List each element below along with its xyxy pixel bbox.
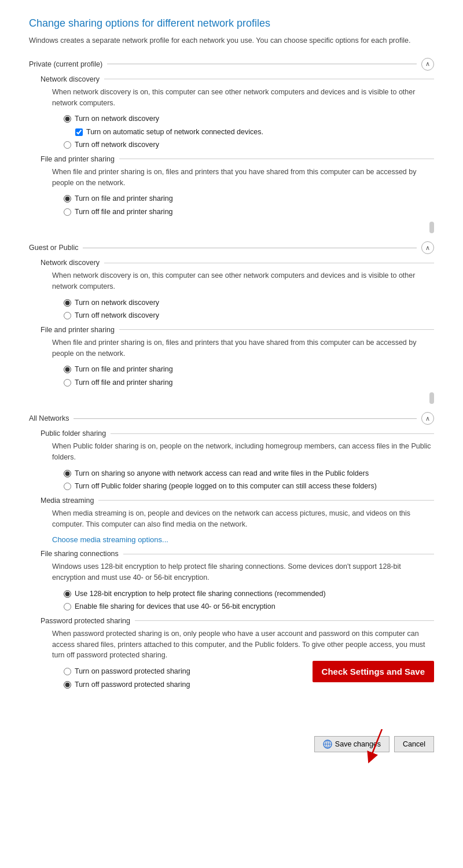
profile-private-toggle[interactable]: ∧ — [421, 58, 434, 71]
nd-private-options: Turn on network discovery Turn on automa… — [64, 114, 434, 150]
subsection-fp-public-line — [119, 329, 434, 330]
scrollbar-thumb-private[interactable] — [429, 222, 434, 233]
profile-all-networks-line — [74, 418, 417, 419]
scrollbar-private — [29, 222, 434, 233]
option-nd-auto-private[interactable]: Turn on automatic setup of network conne… — [75, 127, 434, 138]
radio-fsc-40[interactable] — [64, 603, 71, 610]
subsection-pf: Public folder sharing When Public folder… — [41, 429, 434, 492]
subsection-fsc-header: File sharing connections — [41, 550, 434, 558]
profile-private-header: Private (current profile) ∧ — [29, 58, 434, 71]
label-fsc-128: Use 128-bit encryption to help protect f… — [75, 589, 434, 599]
profile-all-networks-toggle[interactable]: ∧ — [421, 412, 434, 425]
subsection-fsc-label: File sharing connections — [41, 550, 119, 558]
radio-nd-on-private[interactable] — [64, 115, 71, 123]
option-fsc-40[interactable]: Enable file sharing for devices that use… — [64, 602, 434, 612]
page-title: Change sharing options for different net… — [29, 17, 434, 30]
option-fp-on-private[interactable]: Turn on file and printer sharing — [64, 194, 434, 204]
radio-fsc-128[interactable] — [64, 590, 71, 598]
label-pf-off: Turn off Public folder sharing (people l… — [75, 481, 434, 492]
subsection-fsc-line — [123, 554, 434, 554]
label-fp-off-public: Turn off file and printer sharing — [75, 378, 434, 388]
fp-private-options: Turn on file and printer sharing Turn of… — [64, 194, 434, 217]
subsection-nd-private-header: Network discovery — [41, 75, 434, 83]
subsection-nd-private-label: Network discovery — [41, 75, 100, 83]
subsection-ms: Media streaming When media streaming is … — [41, 496, 434, 545]
nd-public-options: Turn on network discovery Turn off netwo… — [64, 298, 434, 321]
subsection-ms-header: Media streaming — [41, 496, 434, 505]
page-description: Windows creates a separate network profi… — [29, 35, 434, 46]
subsection-ms-label: Media streaming — [41, 496, 94, 505]
scrollbar-thumb-public[interactable] — [429, 392, 434, 404]
cancel-button[interactable]: Cancel — [394, 736, 434, 752]
subsection-nd-private: Network discovery When network discovery… — [41, 75, 434, 150]
callout-arrow — [365, 729, 399, 764]
radio-nd-off-public[interactable] — [64, 312, 71, 319]
subsection-fp-private-label: File and printer sharing — [41, 155, 115, 163]
subsection-pps-header: Password protected sharing — [41, 617, 434, 625]
profile-private-label: Private (current profile) — [29, 60, 102, 68]
radio-fp-off-private[interactable] — [64, 208, 71, 216]
subsection-nd-public-line — [104, 263, 434, 263]
radio-nd-on-public[interactable] — [64, 299, 71, 307]
option-pf-on[interactable]: Turn on sharing so anyone with network a… — [64, 469, 434, 479]
radio-pps-on[interactable] — [64, 668, 71, 675]
label-nd-off-private: Turn off network discovery — [75, 140, 434, 150]
label-fp-on-private: Turn on file and printer sharing — [75, 194, 434, 204]
globe-icon — [323, 740, 332, 749]
checkbox-nd-auto-private[interactable] — [75, 128, 83, 136]
svg-line-1 — [370, 729, 382, 758]
profile-all-networks: All Networks ∧ Public folder sharing Whe… — [29, 412, 434, 690]
callout-box: Check Settings and Save — [313, 661, 434, 682]
profile-guest-public-line — [83, 248, 417, 248]
label-nd-off-public: Turn off network discovery — [75, 311, 434, 321]
radio-pf-off[interactable] — [64, 483, 71, 490]
radio-pps-off[interactable] — [64, 681, 71, 689]
label-fsc-40: Enable file sharing for devices that use… — [75, 602, 434, 612]
subsection-pf-desc: When Public folder sharing is on, people… — [52, 441, 434, 463]
radio-nd-off-private[interactable] — [64, 141, 71, 149]
label-fp-on-public: Turn on file and printer sharing — [75, 365, 434, 375]
option-fp-off-public[interactable]: Turn off file and printer sharing — [64, 378, 434, 388]
radio-fp-on-public[interactable] — [64, 366, 71, 373]
radio-fp-off-public[interactable] — [64, 379, 71, 387]
option-fp-on-public[interactable]: Turn on file and printer sharing — [64, 365, 434, 375]
subsection-fp-private-header: File and printer sharing — [41, 155, 434, 163]
subsection-fp-private-line — [119, 159, 434, 159]
fsc-options: Use 128-bit encryption to help protect f… — [64, 589, 434, 612]
profile-guest-public-toggle[interactable]: ∧ — [421, 241, 434, 254]
option-fp-off-private[interactable]: Turn off file and printer sharing — [64, 207, 434, 218]
profile-private-line — [107, 64, 417, 64]
profile-guest-public-label: Guest or Public — [29, 244, 78, 252]
subsection-nd-private-desc: When network discovery is on, this compu… — [52, 87, 434, 109]
label-fp-off-private: Turn off file and printer sharing — [75, 207, 434, 218]
scrollbar-public — [29, 392, 434, 404]
subsection-pf-line — [111, 433, 434, 434]
subsection-fp-public-header: File and printer sharing — [41, 326, 434, 334]
subsection-pps-line — [135, 620, 434, 621]
media-streaming-link[interactable]: Choose media streaming options... — [52, 535, 168, 544]
option-nd-off-public[interactable]: Turn off network discovery — [64, 311, 434, 321]
subsection-pf-header: Public folder sharing — [41, 429, 434, 437]
option-fsc-128[interactable]: Use 128-bit encryption to help protect f… — [64, 589, 434, 599]
option-pf-off[interactable]: Turn off Public folder sharing (people l… — [64, 481, 434, 492]
radio-pf-on[interactable] — [64, 470, 71, 477]
label-nd-auto-private: Turn on automatic setup of network conne… — [86, 127, 434, 138]
subsection-fp-private-desc: When file and printer sharing is on, fil… — [52, 167, 434, 189]
pf-options: Turn on sharing so anyone with network a… — [64, 469, 434, 492]
label-nd-on-public: Turn on network discovery — [75, 298, 434, 308]
label-pf-on: Turn on sharing so anyone with network a… — [75, 469, 434, 479]
option-nd-off-private[interactable]: Turn off network discovery — [64, 140, 434, 150]
footer-area: Check Settings and Save — [29, 701, 434, 752]
subsection-fp-private: File and printer sharing When file and p… — [41, 155, 434, 218]
subsection-pf-label: Public folder sharing — [41, 429, 106, 437]
profile-guest-public-header: Guest or Public ∧ — [29, 241, 434, 254]
subsection-fsc-desc: Windows uses 128-bit encryption to help … — [52, 561, 434, 583]
subsection-pps-desc: When password protected sharing is on, o… — [52, 628, 434, 661]
option-nd-on-private[interactable]: Turn on network discovery — [64, 114, 434, 124]
radio-fp-on-private[interactable] — [64, 195, 71, 203]
subsection-nd-public-desc: When network discovery is on, this compu… — [52, 270, 434, 292]
profile-private: Private (current profile) ∧ Network disc… — [29, 58, 434, 234]
subsection-ms-line — [98, 500, 434, 501]
option-nd-on-public[interactable]: Turn on network discovery — [64, 298, 434, 308]
page-container: Change sharing options for different net… — [0, 0, 463, 770]
